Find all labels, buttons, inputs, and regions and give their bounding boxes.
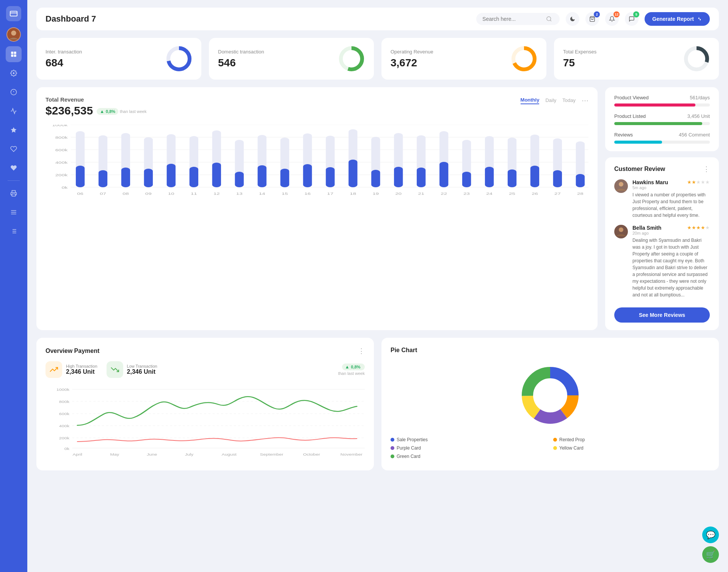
sidebar-item-analytics[interactable] <box>6 103 22 119</box>
sidebar-item-heart[interactable] <box>6 141 22 157</box>
svg-text:17: 17 <box>327 192 334 196</box>
svg-rect-5 <box>11 55 13 57</box>
pie-legend: Sale Properties Rented Prop Purple Card … <box>391 437 710 459</box>
cart-float-button[interactable]: 🛒 <box>702 546 719 563</box>
svg-rect-57 <box>167 164 176 187</box>
stat-label-3: Total Expenses <box>563 49 596 55</box>
svg-point-140 <box>539 384 562 407</box>
chart-icon <box>697 16 702 22</box>
reviews-title: Customer Review <box>614 166 665 172</box>
review-time-1: 20m ago <box>632 231 661 235</box>
svg-rect-11 <box>12 194 16 196</box>
legend-rented-prop: Rented Prop <box>553 437 710 442</box>
line-chart-svg: 1000k 800k 600k 400k 200k 0k April May J… <box>46 386 365 461</box>
legend-dot-green <box>391 454 394 458</box>
svg-text:October: October <box>303 453 320 456</box>
svg-rect-84 <box>371 170 380 187</box>
svg-text:18: 18 <box>350 192 356 196</box>
moon-icon <box>570 16 576 22</box>
review-text-0: I viewed a number of properties with Jus… <box>632 191 710 219</box>
theme-toggle-button[interactable] <box>566 12 579 26</box>
svg-rect-66 <box>235 172 244 187</box>
svg-text:600k: 600k <box>55 148 68 152</box>
progress-fill-2 <box>614 141 662 144</box>
stat-card-domestic: Domestic transaction 546 <box>209 38 374 80</box>
svg-text:23: 23 <box>463 192 470 196</box>
support-float-button[interactable]: 💬 <box>702 527 719 543</box>
legend-dot-yellow <box>553 446 557 450</box>
metric-product-viewed: Product Viewed 561/days <box>614 95 710 107</box>
svg-rect-48 <box>99 170 107 187</box>
reviews-header: Customer Review ⋮ <box>614 165 710 173</box>
progress-fill-1 <box>614 122 702 125</box>
stat-value-3: 75 <box>563 57 596 69</box>
see-more-reviews-button[interactable]: See More Reviews <box>614 307 710 323</box>
svg-text:200k: 200k <box>59 436 70 440</box>
svg-text:20: 20 <box>395 192 402 196</box>
review-name-1: Bella Smith <box>632 225 661 231</box>
reviews-more-menu[interactable]: ⋮ <box>703 165 710 173</box>
svg-text:26: 26 <box>532 192 538 196</box>
metrics-card: Product Viewed 561/days Product Listed 3… <box>605 87 719 151</box>
avatar[interactable] <box>6 27 21 42</box>
bell-icon <box>609 16 615 22</box>
tab-daily[interactable]: Daily <box>545 97 556 104</box>
sidebar-item-menu[interactable] <box>6 204 22 220</box>
sidebar-item-settings[interactable] <box>6 65 22 81</box>
stat-card-expenses: Total Expenses 75 <box>554 38 719 80</box>
svg-point-114 <box>619 227 623 232</box>
stat-value-0: 684 <box>46 57 82 69</box>
page-title: Dashboard 7 <box>46 14 96 24</box>
generate-report-button[interactable]: Generate Report <box>645 12 710 26</box>
svg-rect-63 <box>212 163 221 187</box>
tab-today[interactable]: Today <box>562 97 576 104</box>
sidebar-logo[interactable] <box>6 6 21 21</box>
svg-text:800k: 800k <box>59 400 70 404</box>
svg-line-22 <box>550 20 551 21</box>
revenue-trend-label: than last week <box>120 109 146 114</box>
revenue-amount: $236,535 <box>46 104 93 117</box>
overview-payment-header: Overview Payment ⋮ <box>46 347 365 355</box>
svg-text:June: June <box>147 453 157 456</box>
svg-text:November: November <box>340 453 363 456</box>
sidebar <box>0 0 27 572</box>
svg-rect-6 <box>14 55 16 57</box>
stat-label-2: Operating Revenue <box>391 49 433 55</box>
search-box[interactable] <box>476 13 560 25</box>
chat-notification-button[interactable]: 5 <box>625 12 639 26</box>
revenue-more-menu[interactable]: ⋯ <box>582 96 588 105</box>
legend-yellow-card: Yellow Card <box>553 445 710 451</box>
svg-rect-78 <box>326 167 334 187</box>
bag-icon <box>589 16 595 22</box>
donut-operating <box>511 45 537 72</box>
sidebar-item-dashboard[interactable] <box>6 46 22 62</box>
sidebar-item-info[interactable] <box>6 84 22 100</box>
search-input[interactable] <box>482 16 543 22</box>
sidebar-item-heart2[interactable] <box>6 160 22 176</box>
bar-chart-svg: 1000k 800k 600k 400k 200k 0k 06 07 <box>46 125 588 201</box>
overview-title: Overview Payment <box>46 348 99 354</box>
svg-text:21: 21 <box>418 192 424 196</box>
svg-text:0k: 0k <box>64 447 70 451</box>
svg-rect-45 <box>76 166 85 187</box>
svg-text:24: 24 <box>486 192 493 196</box>
review-time-0: 5m ago <box>632 185 668 190</box>
svg-text:10: 10 <box>168 192 174 196</box>
svg-text:400k: 400k <box>55 161 68 165</box>
bell-notification-button[interactable]: 12 <box>605 12 619 26</box>
svg-text:13: 13 <box>236 192 243 196</box>
float-buttons: 💬 🛒 <box>702 527 719 563</box>
sidebar-item-starred[interactable] <box>6 122 22 138</box>
review-item-0: Hawkins Maru 5m ago ★★★★★ I viewed a num… <box>614 179 710 219</box>
svg-marker-10 <box>11 127 17 133</box>
bag-notification-button[interactable]: 2 <box>585 12 599 26</box>
svg-rect-75 <box>303 164 312 187</box>
svg-text:06: 06 <box>77 192 83 196</box>
overview-more-menu[interactable]: ⋮ <box>358 347 365 355</box>
svg-rect-0 <box>10 11 17 16</box>
svg-text:400k: 400k <box>59 424 70 428</box>
tab-monthly[interactable]: Monthly <box>521 97 540 104</box>
sidebar-item-print[interactable] <box>6 185 22 201</box>
sidebar-item-list[interactable] <box>6 223 22 239</box>
chat-badge: 5 <box>633 11 639 17</box>
